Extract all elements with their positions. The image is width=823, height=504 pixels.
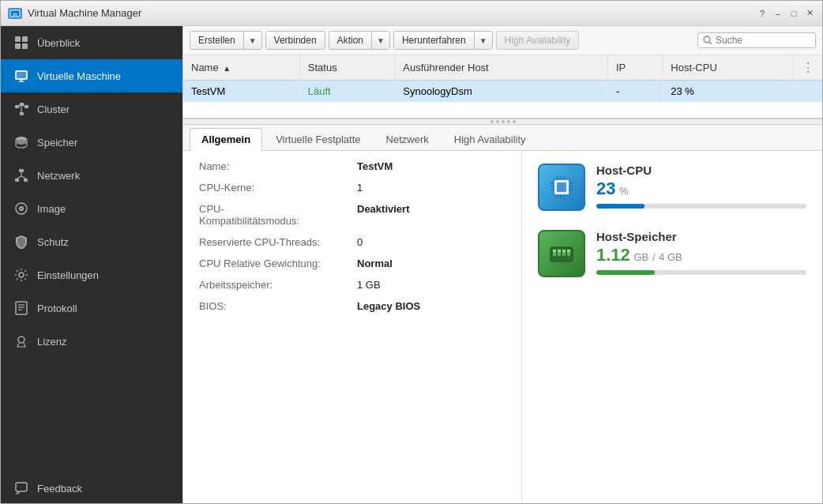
ha-button: High Availability — [496, 31, 580, 50]
sidebar-label-vm: Virtuelle Maschine — [37, 70, 121, 82]
col-ip[interactable]: IP — [607, 55, 662, 81]
sidebar-label-schutz: Schutz — [37, 236, 69, 248]
svg-rect-11 — [18, 81, 24, 82]
shutdown-dropdown-button[interactable]: ▼ — [474, 32, 492, 49]
minimize-button[interactable]: – — [772, 7, 784, 20]
tab-ha[interactable]: High Availability — [442, 128, 538, 150]
sidebar-label-cluster: Cluster — [37, 103, 70, 115]
sidebar-item-feedback[interactable]: Feedback — [1, 472, 182, 504]
cpu-stat-title: Host-CPU — [596, 164, 806, 177]
sidebar-label-einstellungen: Einstellungen — [37, 269, 99, 281]
sidebar: Überblick Virtuelle Maschine Cluster Spe… — [1, 26, 182, 504]
shutdown-btn-group: Herunterfahren ▼ — [393, 31, 493, 50]
svg-line-25 — [17, 176, 22, 179]
cell-name: TestVM — [183, 81, 299, 103]
sidebar-item-speicher[interactable]: Speicher — [1, 126, 182, 159]
tab-virtuelle-festplatte[interactable]: Virtuelle Festplatte — [264, 128, 372, 150]
svg-rect-12 — [15, 105, 19, 108]
detail-content: Name: TestVM CPU-Kerne: 1 CPU- Kompatibi… — [183, 151, 822, 504]
feedback-icon — [13, 480, 29, 496]
col-name[interactable]: Name ▲ — [183, 55, 299, 81]
sidebar-item-lizenz[interactable]: Lizenz — [1, 325, 182, 358]
mem-stat-separator: / — [652, 251, 658, 263]
window-title: Virtual Machine Manager — [28, 7, 141, 19]
vm-icon — [13, 68, 29, 84]
mem-chip-svg — [547, 239, 576, 268]
cell-more — [794, 81, 823, 103]
cpu-weight-value: Normal — [357, 258, 393, 269]
sidebar-item-schutz[interactable]: Schutz — [1, 225, 182, 258]
search-box[interactable] — [697, 32, 816, 48]
license-icon — [13, 333, 29, 349]
settings-icon — [13, 267, 29, 283]
sidebar-label-image: Image — [37, 203, 66, 215]
svg-rect-7 — [22, 43, 28, 49]
svg-rect-6 — [15, 43, 21, 49]
help-button[interactable]: ? — [756, 7, 769, 20]
action-button[interactable]: Aktion — [329, 32, 371, 49]
log-icon — [13, 300, 29, 316]
sidebar-item-image[interactable]: Image — [1, 192, 182, 225]
resize-handle[interactable] — [183, 118, 822, 125]
ram-label: Arbeitsspeicher: — [199, 279, 357, 291]
search-input[interactable] — [716, 35, 810, 46]
action-dropdown-button[interactable]: ▼ — [371, 32, 389, 49]
detail-stats: Host-CPU 23 % — [522, 151, 822, 504]
mem-stat-icon — [538, 230, 585, 277]
maximize-button[interactable]: □ — [787, 7, 800, 20]
connect-button[interactable]: Verbinden — [266, 32, 325, 49]
col-status[interactable]: Status — [299, 55, 395, 81]
titlebar: Virtual Machine Manager ? – □ ✕ — [1, 1, 822, 26]
create-button[interactable]: Erstellen — [190, 32, 243, 49]
connect-btn-group: Verbinden — [265, 31, 325, 50]
reserved-threads-value: 0 — [357, 236, 363, 248]
sidebar-label-lizenz: Lizenz — [37, 336, 67, 348]
network-icon — [13, 167, 29, 183]
cpu-cores-label: CPU-Kerne: — [199, 182, 357, 194]
sidebar-item-cluster[interactable]: Cluster — [1, 92, 182, 126]
cpu-bar-fill — [596, 204, 644, 209]
mem-stat-used-unit: GB — [633, 251, 648, 263]
svg-rect-13 — [20, 103, 24, 106]
svg-rect-59 — [558, 250, 561, 252]
cell-status: Läuft — [299, 81, 395, 103]
detail-cpu-compat-row: CPU- Kompatibilitätsmodus: Deaktiviert — [199, 203, 505, 227]
shutdown-button[interactable]: Herunterfahren — [394, 32, 474, 49]
sidebar-label-feedback: Feedback — [37, 483, 82, 495]
col-host[interactable]: Ausführender Host — [395, 55, 608, 81]
sidebar-item-virtuelle-maschine[interactable]: Virtuelle Maschine — [1, 59, 182, 92]
mem-stat-title: Host-Speicher — [596, 230, 806, 243]
sidebar-item-protokoll[interactable]: Protokoll — [1, 291, 182, 325]
bios-label: BIOS: — [199, 300, 357, 312]
svg-rect-31 — [16, 302, 27, 314]
svg-point-30 — [19, 273, 24, 277]
create-dropdown-button[interactable]: ▼ — [243, 32, 261, 49]
close-button[interactable]: ✕ — [803, 7, 816, 20]
svg-rect-22 — [15, 179, 19, 182]
cpu-bar-bg — [596, 204, 806, 209]
col-cpu[interactable]: Host-CPU — [663, 55, 794, 81]
detail-tabs: Allgemein Virtuelle Festplatte Netzwerk … — [183, 125, 822, 151]
cpu-stat-card: Host-CPU 23 % — [538, 164, 806, 211]
svg-rect-10 — [20, 80, 23, 81]
tab-netzwerk[interactable]: Netzwerk — [374, 128, 441, 150]
col-more[interactable]: ⋮ — [794, 55, 823, 81]
cluster-icon — [13, 101, 29, 117]
vm-table: Name ▲ Status Ausführender Host IP Host-… — [183, 55, 822, 102]
action-btn-group: Aktion ▼ — [329, 31, 390, 50]
cell-cpu: 23 % — [663, 81, 794, 103]
tab-allgemein[interactable]: Allgemein — [190, 128, 262, 151]
svg-rect-4 — [15, 36, 21, 42]
svg-line-16 — [19, 104, 20, 107]
sidebar-item-netzwerk[interactable]: Netzwerk — [1, 159, 182, 192]
reserved-threads-label: Reservierte CPU-Threads: — [199, 236, 357, 248]
sidebar-item-einstellungen[interactable]: Einstellungen — [1, 258, 182, 291]
svg-rect-14 — [24, 105, 28, 108]
svg-rect-36 — [16, 483, 27, 491]
detail-name-row: Name: TestVM — [199, 160, 505, 172]
table-row[interactable]: TestVM Läuft SynoologyDsm - 23 % — [183, 81, 822, 103]
cell-ip: - — [607, 81, 662, 103]
mem-stat-card: Host-Speicher 1.12 GB / 4 GB — [538, 230, 806, 277]
detail-reserved-threads-row: Reservierte CPU-Threads: 0 — [199, 236, 505, 248]
sidebar-item-uberblick[interactable]: Überblick — [1, 26, 182, 59]
